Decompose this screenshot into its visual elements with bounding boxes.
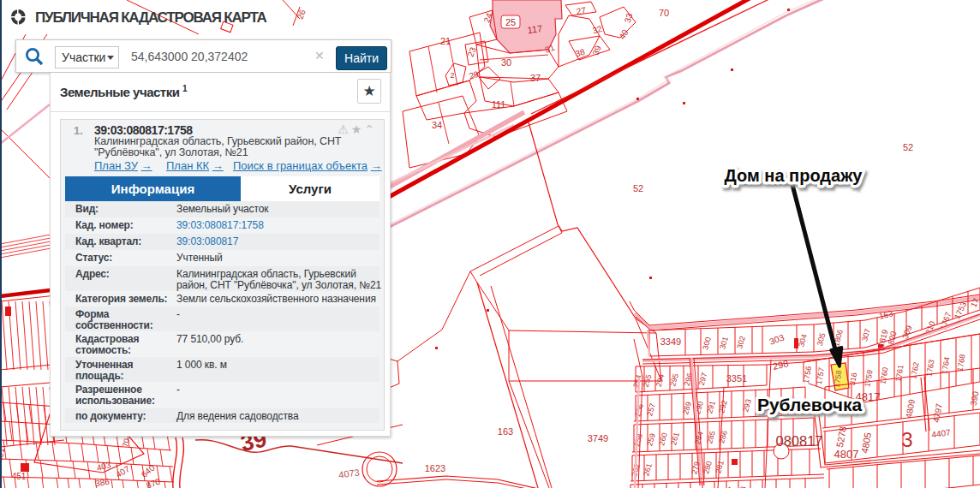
svg-text:3749: 3749	[588, 433, 608, 443]
svg-text:3349: 3349	[660, 336, 681, 347]
svg-text:163: 163	[498, 426, 513, 437]
svg-text:25: 25	[505, 17, 516, 27]
svg-text:30: 30	[501, 57, 511, 68]
svg-text:34: 34	[432, 120, 442, 130]
svg-text:Дом на продажу: Дом на продажу	[725, 166, 863, 185]
svg-text:117: 117	[527, 23, 543, 35]
svg-text:70: 70	[659, 8, 669, 18]
svg-text:21: 21	[440, 36, 451, 46]
svg-text:Рублевочка: Рублевочка	[757, 395, 863, 414]
svg-text:37: 37	[530, 73, 541, 83]
svg-text:080817: 080817	[775, 433, 822, 449]
svg-text:52: 52	[633, 183, 643, 193]
svg-text:52: 52	[903, 142, 913, 152]
svg-text:451: 451	[12, 472, 27, 481]
svg-text:390: 390	[969, 390, 980, 407]
svg-text:3: 3	[901, 428, 912, 451]
svg-text:111: 111	[492, 99, 506, 110]
svg-text:3351: 3351	[726, 373, 747, 384]
svg-text:2: 2	[450, 71, 454, 80]
svg-text:1623: 1623	[425, 463, 445, 473]
svg-text:4807: 4807	[834, 448, 859, 461]
